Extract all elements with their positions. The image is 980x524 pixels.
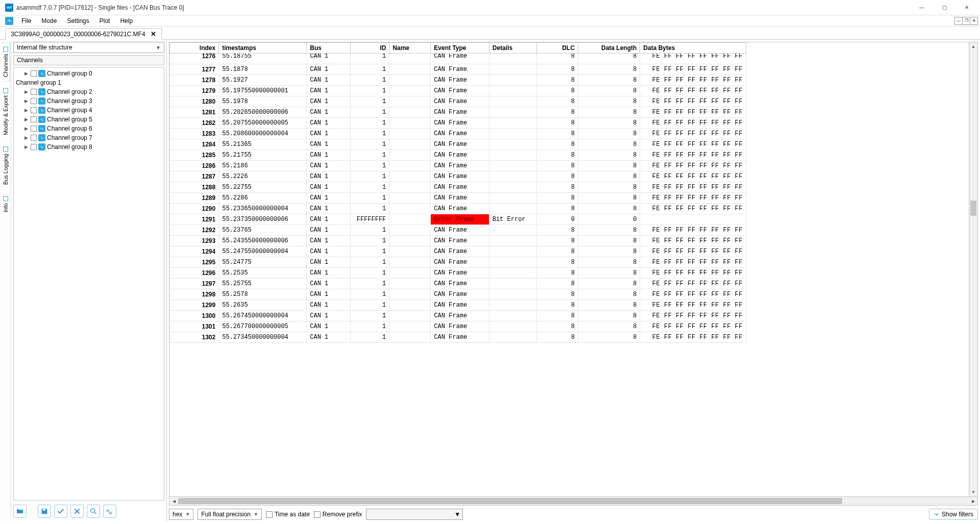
- table-row[interactable]: 128455.21365CAN 11CAN Frame88FE FF FF FF…: [170, 139, 746, 150]
- plot-button[interactable]: [103, 505, 116, 518]
- table-row[interactable]: 128755.2226CAN 11CAN Frame88FE FF FF FF …: [170, 171, 746, 182]
- tree-expand-icon[interactable]: ▶: [23, 108, 29, 113]
- check-button[interactable]: [54, 505, 67, 518]
- col-header-dlc[interactable]: DLC: [536, 43, 578, 54]
- table-row[interactable]: 128155.202650000000006CAN 11CAN Frame88F…: [170, 107, 746, 118]
- menu-mode[interactable]: Mode: [36, 16, 62, 26]
- clear-button[interactable]: [70, 505, 84, 518]
- menu-plot[interactable]: Plot: [94, 16, 115, 26]
- col-header-name[interactable]: Name: [389, 43, 431, 54]
- precision-combo[interactable]: Full float precision ▼: [198, 509, 262, 520]
- table-row[interactable]: 128355.208600000000004CAN 11CAN Frame88F…: [170, 129, 746, 139]
- channel-group-row[interactable]: ▶∿Channel group 0: [15, 69, 163, 78]
- table-row[interactable]: 130055.267450000000004CAN 11CAN Frame88F…: [170, 311, 746, 321]
- table-row[interactable]: 129355.243550000000006CAN 11CAN Frame88F…: [170, 236, 746, 246]
- channel-tree[interactable]: ▶∿Channel group 0Channel group 1▶∿Channe…: [13, 67, 164, 501]
- col-header-timestamps[interactable]: timestamps: [219, 43, 307, 54]
- table-row[interactable]: 128555.21755CAN 11CAN Frame88FE FF FF FF…: [170, 150, 746, 161]
- structure-combo[interactable]: Internal file structure ▼: [13, 42, 164, 53]
- close-icon[interactable]: ✕: [151, 30, 156, 38]
- table-row[interactable]: 128855.22755CAN 11CAN Frame88FE FF FF FF…: [170, 182, 746, 193]
- side-tab-bus-logging[interactable]: Bus Logging: [1, 142, 10, 189]
- table-row[interactable]: 129555.24775CAN 11CAN Frame88FE FF FF FF…: [170, 257, 746, 268]
- col-header-id[interactable]: ID: [351, 43, 389, 54]
- tree-checkbox[interactable]: [31, 144, 37, 150]
- table-row[interactable]: 127855.1927CAN 11CAN Frame88FE FF FF FF …: [170, 75, 746, 86]
- side-tab-info[interactable]: Info: [1, 191, 10, 217]
- tree-expand-icon[interactable]: ▶: [23, 98, 29, 104]
- trace-grid-scroll[interactable]: IndextimestampsBusIDNameEvent TypeDetail…: [169, 42, 969, 496]
- side-tab-modify-export[interactable]: Modify & Export: [1, 84, 10, 140]
- tree-expand-icon[interactable]: ▶: [23, 117, 29, 122]
- save-button[interactable]: [38, 505, 51, 518]
- scroll-left-icon[interactable]: ◀: [169, 499, 178, 504]
- menu-settings[interactable]: Settings: [62, 16, 94, 26]
- table-row[interactable]: 129755.25755CAN 11CAN Frame88FE FF FF FF…: [170, 279, 746, 289]
- scroll-up-icon[interactable]: ▲: [969, 42, 977, 51]
- col-header-data-length[interactable]: Data Length: [578, 43, 640, 54]
- channel-group-row[interactable]: ▶∿Channel group 2: [15, 87, 163, 96]
- table-row[interactable]: 129155.237350000000006CAN 1FFFFFFFFError…: [170, 214, 746, 225]
- close-button[interactable]: ✕: [955, 0, 978, 15]
- radix-combo[interactable]: hex ▼: [169, 509, 193, 520]
- tree-checkbox[interactable]: [31, 70, 37, 77]
- table-row[interactable]: 128655.2186CAN 11CAN Frame88FE FF FF FF …: [170, 161, 746, 171]
- tree-checkbox[interactable]: [31, 126, 37, 132]
- tree-checkbox[interactable]: [31, 107, 37, 113]
- side-tab-channels[interactable]: Channels: [1, 42, 10, 82]
- mdi-minimize-icon[interactable]: —: [954, 17, 963, 25]
- scroll-right-icon[interactable]: ▶: [969, 499, 977, 504]
- table-row[interactable]: 128255.207550000000005CAN 11CAN Frame88F…: [170, 118, 746, 129]
- table-row[interactable]: 127755.1878CAN 11CAN Frame88FE FF FF FF …: [170, 64, 746, 75]
- remove-prefix-checkbox[interactable]: Remove prefix: [314, 511, 362, 518]
- scroll-thumb[interactable]: [970, 201, 976, 216]
- tree-checkbox[interactable]: [31, 116, 37, 122]
- table-row[interactable]: 128055.1978CAN 11CAN Frame88FE FF FF FF …: [170, 96, 746, 107]
- tree-expand-icon[interactable]: ▶: [23, 126, 29, 131]
- channel-group-row[interactable]: ▶∿Channel group 6: [15, 124, 163, 133]
- col-header-event-type[interactable]: Event Type: [431, 43, 489, 54]
- table-row[interactable]: 127655.18755CAN 11CAN Frame88FE FF FF FF…: [170, 54, 746, 64]
- menu-help[interactable]: Help: [115, 16, 138, 26]
- table-row[interactable]: 130155.267700000000005CAN 11CAN Frame88F…: [170, 321, 746, 332]
- mdi-restore-icon[interactable]: ❐: [962, 17, 970, 25]
- mdi-close-icon[interactable]: ✕: [970, 17, 978, 25]
- table-row[interactable]: 129255.23765CAN 11CAN Frame88FE FF FF FF…: [170, 225, 746, 236]
- vertical-scrollbar[interactable]: ▲ ▼: [969, 42, 977, 496]
- tree-checkbox[interactable]: [31, 98, 37, 104]
- tree-expand-icon[interactable]: ▶: [23, 71, 29, 76]
- channel-group-row[interactable]: Channel group 1: [15, 78, 163, 87]
- hscroll-thumb[interactable]: [178, 498, 842, 504]
- menu-file[interactable]: File: [16, 16, 36, 26]
- tree-checkbox[interactable]: [31, 89, 37, 95]
- table-row[interactable]: 129455.247550000000004CAN 11CAN Frame88F…: [170, 246, 746, 257]
- tree-expand-icon[interactable]: ▶: [23, 89, 29, 94]
- tree-expand-icon[interactable]: ▶: [23, 144, 29, 149]
- col-header-details[interactable]: Details: [489, 43, 536, 54]
- col-header-bus[interactable]: Bus: [307, 43, 351, 54]
- filter-combo[interactable]: ▼: [366, 509, 463, 520]
- time-as-date-checkbox[interactable]: Time as date: [266, 511, 310, 518]
- channel-group-row[interactable]: ▶∿Channel group 3: [15, 96, 163, 106]
- channel-group-row[interactable]: ▶∿Channel group 4: [15, 106, 163, 115]
- tree-expand-icon[interactable]: ▶: [23, 135, 29, 140]
- tree-checkbox[interactable]: [31, 135, 37, 141]
- col-header-data-bytes[interactable]: Data Bytes: [640, 43, 746, 54]
- show-filters-button[interactable]: Show filters: [929, 509, 978, 520]
- channel-group-row[interactable]: ▶∿Channel group 7: [15, 133, 163, 142]
- minimize-button[interactable]: —: [911, 0, 933, 15]
- table-row[interactable]: 130255.273450000000004CAN 11CAN Frame88F…: [170, 332, 746, 343]
- table-row[interactable]: 128955.2286CAN 11CAN Frame88FE FF FF FF …: [170, 193, 746, 204]
- table-row[interactable]: 129955.2635CAN 11CAN Frame88FE FF FF FF …: [170, 300, 746, 311]
- scroll-down-icon[interactable]: ▼: [969, 488, 977, 496]
- table-row[interactable]: 129055.233650000000004CAN 11CAN Frame88F…: [170, 204, 746, 214]
- file-tab[interactable]: 3C3899A0_00000023_00000006-6279021C.MF4 …: [5, 28, 162, 40]
- channel-group-row[interactable]: ▶∿Channel group 5: [15, 115, 163, 124]
- horizontal-scrollbar[interactable]: ◀ ▶: [169, 497, 978, 506]
- table-row[interactable]: 127955.197550000000001CAN 11CAN Frame88F…: [170, 86, 746, 96]
- col-header-index[interactable]: Index: [170, 43, 219, 54]
- search-button[interactable]: [87, 505, 100, 518]
- table-row[interactable]: 129655.2535CAN 11CAN Frame88FE FF FF FF …: [170, 268, 746, 279]
- table-row[interactable]: 129855.2578CAN 11CAN Frame88FE FF FF FF …: [170, 289, 746, 300]
- open-file-button[interactable]: [13, 505, 27, 518]
